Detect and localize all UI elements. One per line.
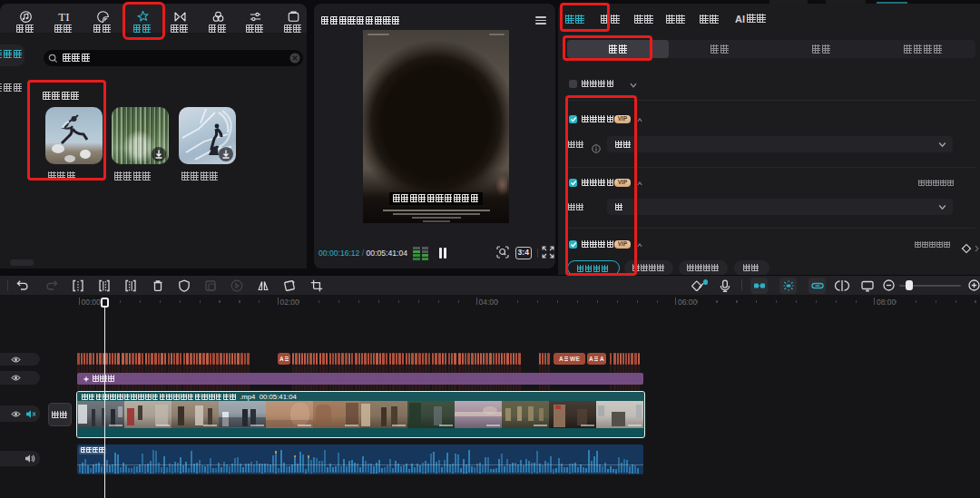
svg-text:TI: TI bbox=[58, 10, 69, 24]
